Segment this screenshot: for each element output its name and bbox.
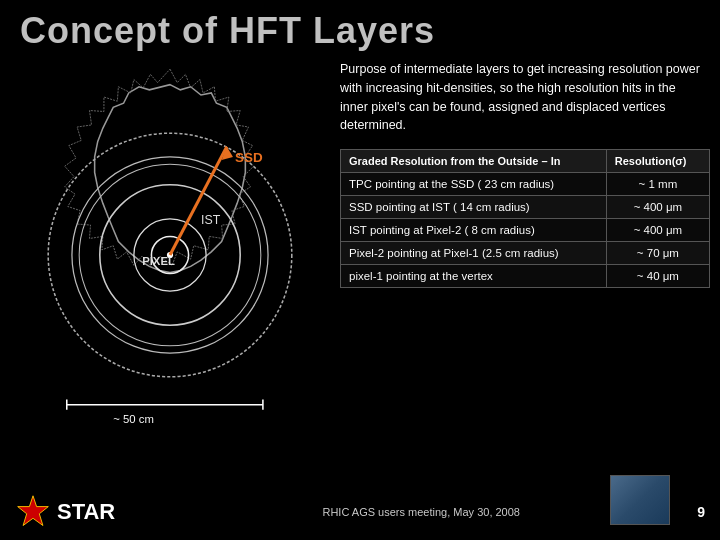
table-cell-resolution: ~ 1 mm — [606, 173, 709, 196]
page-number: 9 — [697, 504, 705, 520]
table-row: Pixel-2 pointing at Pixel-1 (2.5 cm radi… — [341, 242, 710, 265]
table-row: IST pointing at Pixel-2 ( 8 cm radius)~ … — [341, 219, 710, 242]
svg-text:PIXEL: PIXEL — [142, 255, 175, 267]
right-content: Purpose of intermediate layers to get in… — [340, 60, 710, 288]
table-row: SSD pointing at IST ( 14 cm radius)~ 400… — [341, 196, 710, 219]
purpose-text: Purpose of intermediate layers to get in… — [340, 60, 710, 135]
table-cell-resolution: ~ 400 μm — [606, 196, 709, 219]
table-cell-description: pixel-1 pointing at the vertex — [341, 265, 607, 288]
svg-text:~ 50 cm: ~ 50 cm — [113, 413, 154, 425]
table-body: TPC pointing at the SSD ( 23 cm radius)~… — [341, 173, 710, 288]
svg-text:SSD: SSD — [235, 150, 263, 165]
footer: STAR RHIC AGS users meeting, May 30, 200… — [0, 494, 720, 530]
table-cell-description: IST pointing at Pixel-2 ( 8 cm radius) — [341, 219, 607, 242]
table-header-col1: Graded Resolution from the Outside – In — [341, 150, 607, 173]
footer-thumbnail — [610, 475, 670, 525]
star-icon — [15, 494, 51, 530]
table-cell-description: TPC pointing at the SSD ( 23 cm radius) — [341, 173, 607, 196]
resolution-table: Graded Resolution from the Outside – In … — [340, 149, 710, 288]
table-cell-description: SSD pointing at IST ( 14 cm radius) — [341, 196, 607, 219]
star-label: STAR — [57, 499, 115, 525]
table-row: pixel-1 pointing at the vertex~ 40 μm — [341, 265, 710, 288]
page-title: Concept of HFT Layers — [20, 10, 435, 52]
table-cell-resolution: ~ 400 μm — [606, 219, 709, 242]
table-cell-resolution: ~ 70 μm — [606, 242, 709, 265]
table-cell-description: Pixel-2 pointing at Pixel-1 (2.5 cm radi… — [341, 242, 607, 265]
thumbnail-image — [611, 476, 669, 524]
star-logo: STAR — [15, 494, 115, 530]
table-row: TPC pointing at the SSD ( 23 cm radius)~… — [341, 173, 710, 196]
svg-text:IST: IST — [201, 213, 221, 227]
hft-diagram: SSD IST PIXEL ~ 50 cm — [10, 60, 330, 450]
table-header-col2: Resolution(σ) — [606, 150, 709, 173]
diagram-area: SSD IST PIXEL ~ 50 cm — [10, 60, 330, 450]
svg-line-7 — [170, 147, 227, 255]
table-cell-resolution: ~ 40 μm — [606, 265, 709, 288]
svg-marker-16 — [18, 496, 49, 526]
